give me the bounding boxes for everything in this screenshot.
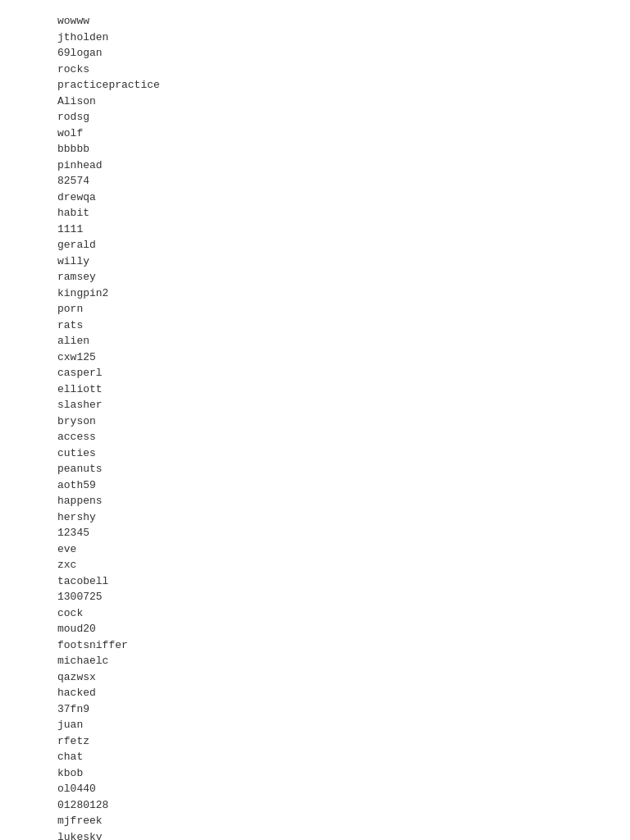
list-item: aoth59	[57, 477, 573, 494]
list-item: kingpin2	[57, 285, 573, 302]
list-item: practicepractice	[57, 77, 573, 94]
list-item: lukesky	[57, 829, 573, 841]
list-item: 12345	[57, 525, 573, 541]
list-item: zxc	[57, 557, 573, 573]
list-item: cxw125	[57, 349, 573, 366]
list-item: habit	[57, 205, 573, 221]
list-item: slasher	[57, 397, 573, 413]
list-item: hacked	[57, 685, 573, 701]
list-item: pinhead	[57, 158, 573, 174]
list-item: wowww	[57, 13, 573, 30]
list-item: cock	[57, 605, 573, 622]
list-item: eve	[57, 541, 573, 558]
list-item: footsniffer	[57, 637, 573, 654]
list-item: casperl	[57, 365, 573, 381]
list-item: mjfreek	[57, 813, 573, 829]
list-item: porn	[57, 301, 573, 317]
list-item: chat	[57, 749, 573, 765]
list-item: 1111	[57, 221, 573, 238]
list-item: drewqa	[57, 189, 573, 206]
word-list: wowwwjtholden69loganrockspracticepractic…	[57, 13, 573, 840]
list-item: elliott	[57, 381, 573, 398]
list-item: rodsg	[57, 109, 573, 126]
list-item: ol0440	[57, 781, 573, 797]
list-item: cuties	[57, 445, 573, 462]
list-item: 1300725	[57, 589, 573, 605]
list-item: access	[57, 429, 573, 445]
list-item: rocks	[57, 62, 573, 78]
list-item: jtholden	[57, 30, 573, 46]
list-item: 82574	[57, 173, 573, 189]
list-item: qazwsx	[57, 669, 573, 686]
list-item: ramsey	[57, 269, 573, 285]
list-item: kbob	[57, 765, 573, 782]
list-item: rats	[57, 317, 573, 334]
list-item: 01280128	[57, 797, 573, 814]
list-item: peanuts	[57, 461, 573, 477]
list-item: willy	[57, 253, 573, 270]
list-item: Alison	[57, 94, 573, 110]
list-item: tacobell	[57, 573, 573, 590]
list-item: happens	[57, 493, 573, 509]
list-item: rfetz	[57, 733, 573, 750]
list-item: bbbbb	[57, 141, 573, 158]
list-item: 37fn9	[57, 701, 573, 718]
list-item: wolf	[57, 126, 573, 142]
list-item: alien	[57, 333, 573, 349]
list-item: michaelc	[57, 653, 573, 669]
list-item: hershy	[57, 509, 573, 526]
list-item: juan	[57, 717, 573, 733]
list-item: moud20	[57, 621, 573, 637]
list-item: 69logan	[57, 45, 573, 62]
list-item: gerald	[57, 237, 573, 253]
list-item: bryson	[57, 413, 573, 430]
